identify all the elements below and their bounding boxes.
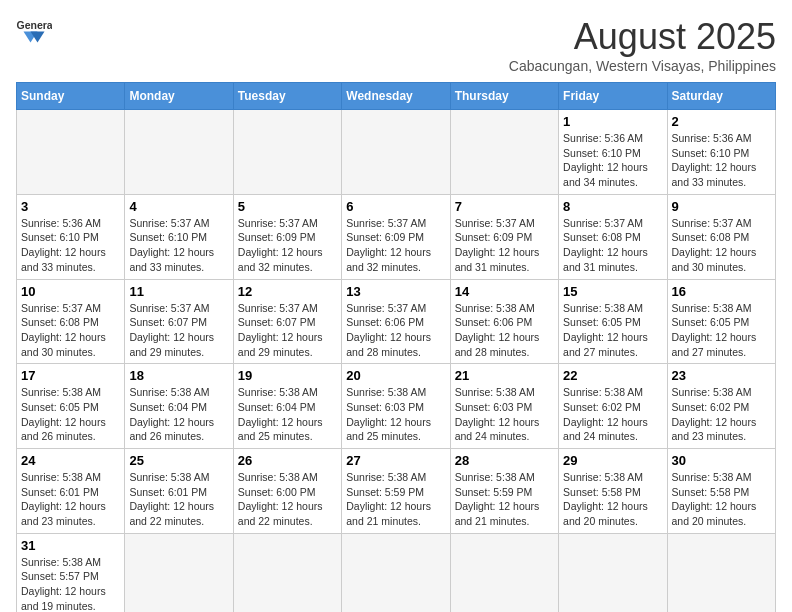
day-info: Sunrise: 5:37 AM Sunset: 6:06 PM Dayligh… [346, 301, 445, 360]
day-info: Sunrise: 5:37 AM Sunset: 6:08 PM Dayligh… [672, 216, 771, 275]
day-number: 20 [346, 368, 445, 383]
svg-text:General: General [17, 19, 53, 31]
calendar-day-cell: 26Sunrise: 5:38 AM Sunset: 6:00 PM Dayli… [233, 449, 341, 534]
calendar-day-cell: 17Sunrise: 5:38 AM Sunset: 6:05 PM Dayli… [17, 364, 125, 449]
day-info: Sunrise: 5:38 AM Sunset: 6:02 PM Dayligh… [563, 385, 662, 444]
day-info: Sunrise: 5:38 AM Sunset: 6:05 PM Dayligh… [672, 301, 771, 360]
day-number: 1 [563, 114, 662, 129]
calendar-body: 1Sunrise: 5:36 AM Sunset: 6:10 PM Daylig… [17, 110, 776, 613]
day-number: 13 [346, 284, 445, 299]
calendar-day-cell: 21Sunrise: 5:38 AM Sunset: 6:03 PM Dayli… [450, 364, 558, 449]
calendar-day-cell [233, 110, 341, 195]
day-number: 27 [346, 453, 445, 468]
day-number: 25 [129, 453, 228, 468]
calendar-week-row: 31Sunrise: 5:38 AM Sunset: 5:57 PM Dayli… [17, 533, 776, 612]
calendar-week-row: 3Sunrise: 5:36 AM Sunset: 6:10 PM Daylig… [17, 194, 776, 279]
calendar-day-cell: 25Sunrise: 5:38 AM Sunset: 6:01 PM Dayli… [125, 449, 233, 534]
calendar-day-cell: 19Sunrise: 5:38 AM Sunset: 6:04 PM Dayli… [233, 364, 341, 449]
day-number: 7 [455, 199, 554, 214]
day-number: 21 [455, 368, 554, 383]
calendar-week-row: 1Sunrise: 5:36 AM Sunset: 6:10 PM Daylig… [17, 110, 776, 195]
day-info: Sunrise: 5:38 AM Sunset: 5:58 PM Dayligh… [563, 470, 662, 529]
calendar-week-row: 24Sunrise: 5:38 AM Sunset: 6:01 PM Dayli… [17, 449, 776, 534]
day-info: Sunrise: 5:37 AM Sunset: 6:09 PM Dayligh… [455, 216, 554, 275]
calendar-day-cell [667, 533, 775, 612]
day-number: 10 [21, 284, 120, 299]
day-number: 14 [455, 284, 554, 299]
calendar-day-cell: 23Sunrise: 5:38 AM Sunset: 6:02 PM Dayli… [667, 364, 775, 449]
day-number: 19 [238, 368, 337, 383]
day-info: Sunrise: 5:38 AM Sunset: 5:57 PM Dayligh… [21, 555, 120, 612]
calendar-day-cell [233, 533, 341, 612]
location-subtitle: Cabacungan, Western Visayas, Philippines [509, 58, 776, 74]
day-info: Sunrise: 5:38 AM Sunset: 6:00 PM Dayligh… [238, 470, 337, 529]
calendar-day-cell [450, 110, 558, 195]
day-info: Sunrise: 5:38 AM Sunset: 6:04 PM Dayligh… [129, 385, 228, 444]
calendar-day-cell: 14Sunrise: 5:38 AM Sunset: 6:06 PM Dayli… [450, 279, 558, 364]
calendar-day-cell: 11Sunrise: 5:37 AM Sunset: 6:07 PM Dayli… [125, 279, 233, 364]
weekday-header-cell: Saturday [667, 83, 775, 110]
calendar-day-cell: 5Sunrise: 5:37 AM Sunset: 6:09 PM Daylig… [233, 194, 341, 279]
logo: General [16, 16, 52, 44]
calendar-day-cell [342, 533, 450, 612]
day-info: Sunrise: 5:37 AM Sunset: 6:07 PM Dayligh… [129, 301, 228, 360]
day-info: Sunrise: 5:38 AM Sunset: 6:01 PM Dayligh… [21, 470, 120, 529]
calendar-day-cell: 18Sunrise: 5:38 AM Sunset: 6:04 PM Dayli… [125, 364, 233, 449]
day-info: Sunrise: 5:36 AM Sunset: 6:10 PM Dayligh… [563, 131, 662, 190]
calendar-day-cell: 3Sunrise: 5:36 AM Sunset: 6:10 PM Daylig… [17, 194, 125, 279]
general-blue-logo-icon: General [16, 16, 52, 44]
day-info: Sunrise: 5:38 AM Sunset: 6:01 PM Dayligh… [129, 470, 228, 529]
day-info: Sunrise: 5:38 AM Sunset: 5:58 PM Dayligh… [672, 470, 771, 529]
day-info: Sunrise: 5:37 AM Sunset: 6:10 PM Dayligh… [129, 216, 228, 275]
calendar-day-cell: 28Sunrise: 5:38 AM Sunset: 5:59 PM Dayli… [450, 449, 558, 534]
day-info: Sunrise: 5:38 AM Sunset: 6:05 PM Dayligh… [563, 301, 662, 360]
calendar-day-cell: 29Sunrise: 5:38 AM Sunset: 5:58 PM Dayli… [559, 449, 667, 534]
calendar-day-cell: 8Sunrise: 5:37 AM Sunset: 6:08 PM Daylig… [559, 194, 667, 279]
calendar-day-cell: 22Sunrise: 5:38 AM Sunset: 6:02 PM Dayli… [559, 364, 667, 449]
page-header: General August 2025 Cabacungan, Western … [16, 16, 776, 74]
day-number: 29 [563, 453, 662, 468]
calendar-day-cell: 20Sunrise: 5:38 AM Sunset: 6:03 PM Dayli… [342, 364, 450, 449]
day-number: 16 [672, 284, 771, 299]
day-info: Sunrise: 5:36 AM Sunset: 6:10 PM Dayligh… [21, 216, 120, 275]
calendar-day-cell: 7Sunrise: 5:37 AM Sunset: 6:09 PM Daylig… [450, 194, 558, 279]
day-number: 31 [21, 538, 120, 553]
day-info: Sunrise: 5:37 AM Sunset: 6:09 PM Dayligh… [238, 216, 337, 275]
day-number: 9 [672, 199, 771, 214]
weekday-header-cell: Monday [125, 83, 233, 110]
day-number: 18 [129, 368, 228, 383]
day-info: Sunrise: 5:37 AM Sunset: 6:08 PM Dayligh… [21, 301, 120, 360]
calendar-day-cell [125, 533, 233, 612]
calendar-day-cell: 2Sunrise: 5:36 AM Sunset: 6:10 PM Daylig… [667, 110, 775, 195]
calendar-day-cell: 13Sunrise: 5:37 AM Sunset: 6:06 PM Dayli… [342, 279, 450, 364]
day-number: 6 [346, 199, 445, 214]
day-number: 30 [672, 453, 771, 468]
calendar-day-cell: 15Sunrise: 5:38 AM Sunset: 6:05 PM Dayli… [559, 279, 667, 364]
day-info: Sunrise: 5:37 AM Sunset: 6:08 PM Dayligh… [563, 216, 662, 275]
day-info: Sunrise: 5:38 AM Sunset: 5:59 PM Dayligh… [346, 470, 445, 529]
day-info: Sunrise: 5:38 AM Sunset: 6:03 PM Dayligh… [346, 385, 445, 444]
weekday-header-cell: Friday [559, 83, 667, 110]
day-number: 17 [21, 368, 120, 383]
weekday-header-cell: Wednesday [342, 83, 450, 110]
calendar-day-cell: 24Sunrise: 5:38 AM Sunset: 6:01 PM Dayli… [17, 449, 125, 534]
weekday-header-row: SundayMondayTuesdayWednesdayThursdayFrid… [17, 83, 776, 110]
day-number: 2 [672, 114, 771, 129]
day-number: 22 [563, 368, 662, 383]
day-info: Sunrise: 5:38 AM Sunset: 5:59 PM Dayligh… [455, 470, 554, 529]
title-area: August 2025 Cabacungan, Western Visayas,… [509, 16, 776, 74]
day-number: 11 [129, 284, 228, 299]
day-number: 28 [455, 453, 554, 468]
day-number: 23 [672, 368, 771, 383]
day-number: 24 [21, 453, 120, 468]
day-number: 5 [238, 199, 337, 214]
calendar-day-cell [450, 533, 558, 612]
day-info: Sunrise: 5:38 AM Sunset: 6:05 PM Dayligh… [21, 385, 120, 444]
day-number: 12 [238, 284, 337, 299]
calendar-day-cell: 10Sunrise: 5:37 AM Sunset: 6:08 PM Dayli… [17, 279, 125, 364]
weekday-header-cell: Thursday [450, 83, 558, 110]
day-info: Sunrise: 5:37 AM Sunset: 6:07 PM Dayligh… [238, 301, 337, 360]
day-number: 8 [563, 199, 662, 214]
calendar-table: SundayMondayTuesdayWednesdayThursdayFrid… [16, 82, 776, 612]
calendar-day-cell [342, 110, 450, 195]
